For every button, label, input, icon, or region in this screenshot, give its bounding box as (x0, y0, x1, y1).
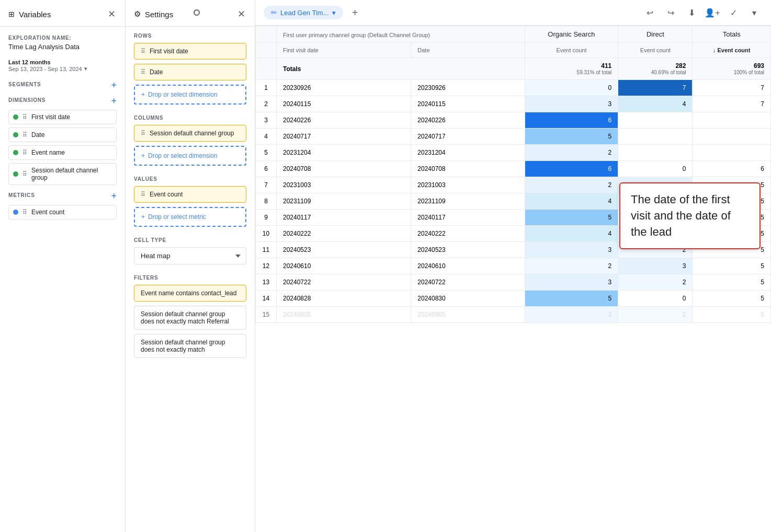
drop-dimension-cols[interactable]: + Drop or select dimension (134, 146, 246, 166)
total-cell (693, 145, 771, 161)
download-button[interactable]: ⬇ (683, 4, 700, 21)
add-segment-button[interactable]: + (111, 80, 117, 90)
add-dimension-button[interactable]: + (111, 96, 117, 106)
dimension-dot (13, 150, 18, 155)
data-table-container: First user primary channel group (Defaul… (255, 26, 771, 532)
settings-panel: ⚙ Settings ✕ ROWS ⠿ First visit date ⠿ D… (126, 0, 255, 532)
filter-event-name[interactable]: Event name contains contact_lead (134, 285, 246, 302)
more-options-button[interactable]: ▾ (746, 4, 763, 21)
direct-event-count-header[interactable]: Event count (618, 43, 693, 58)
tab-pencil-icon: ✏ (271, 8, 277, 17)
chip-label: First visit date (150, 48, 188, 55)
total-cell: 5 (693, 274, 771, 291)
first-visit-date-header[interactable]: First visit date (277, 43, 411, 58)
active-tab[interactable]: ✏ Lead Gen Tim... ▾ (264, 6, 343, 19)
direct-header: Direct (618, 26, 693, 43)
date-cell: 20240523 (411, 242, 525, 258)
add-metric-button[interactable]: + (111, 191, 117, 201)
check-button[interactable]: ✓ (725, 4, 742, 21)
row-num: 13 (256, 274, 277, 291)
dimension-label: Event name (31, 149, 65, 156)
organic-cell: 3 (525, 307, 618, 323)
date-cell: 20240222 (411, 226, 525, 242)
dimension-first-visit-date[interactable]: ⠿ First visit date (8, 110, 117, 124)
row-number-header (256, 26, 277, 43)
exploration-name-value: Time Lag Analysis Data (8, 43, 117, 51)
drag-handle-icon: ⠿ (22, 131, 27, 138)
row-num: 4 (256, 129, 277, 145)
col-chip-session-channel[interactable]: ⠿ Session default channel group (134, 125, 246, 142)
date-cell: 20240117 (411, 210, 525, 226)
filter-label: Session default channel group does not e… (141, 310, 229, 325)
direct-cell (618, 129, 693, 145)
first-visit-date-cell: 20240523 (277, 242, 411, 258)
add-tab-button[interactable]: + (347, 5, 363, 20)
date-cell: 20240722 (411, 274, 525, 291)
filter-session-channel-2[interactable]: Session default channel group does not e… (134, 334, 246, 358)
cell-type-label: CELL TYPE (134, 237, 246, 243)
settings-close-button[interactable]: ✕ (236, 7, 246, 21)
table-row: 14 20240828 20240830 5 0 5 (256, 291, 771, 307)
row-chip-date[interactable]: ⠿ Date (134, 64, 246, 80)
totals-event-count-header[interactable]: ↓ Event count (693, 43, 771, 58)
variables-panel-body: EXPLORATION NAME: Time Lag Analysis Data… (0, 27, 125, 532)
chip-label: Event count (150, 191, 183, 198)
dimension-session-channel-group[interactable]: ⠿ Session default channel group (8, 163, 117, 185)
first-visit-date-cell: 20231109 (277, 193, 411, 210)
undo-button[interactable]: ↩ (641, 4, 658, 21)
metrics-label: METRICS (8, 192, 35, 198)
date-range-label: Last 12 months (8, 59, 117, 65)
filter-label: Event name contains contact_lead (141, 290, 236, 297)
variables-panel-header: ⊞ Variables ✕ (0, 0, 125, 27)
totals-label: Totals (277, 58, 525, 80)
value-chip-event-count[interactable]: ⠿ Event count (134, 186, 246, 203)
first-visit-date-cell: 20240610 (277, 258, 411, 274)
date-cell: 20240610 (411, 258, 525, 274)
dimension-dot (13, 171, 18, 177)
organic-search-header: Organic Search (525, 26, 618, 43)
add-icon: + (141, 213, 145, 221)
row-num: 5 (256, 145, 277, 161)
table-row: 3 20240226 20240226 6 (256, 112, 771, 129)
direct-cell: 2 (618, 274, 693, 291)
variables-close-button[interactable]: ✕ (107, 7, 117, 21)
direct-cell (618, 145, 693, 161)
drop-zone-label: Drop or select metric (148, 213, 206, 221)
total-cell: 7 (693, 96, 771, 112)
date-header[interactable]: Date (411, 43, 525, 58)
filter-session-channel-referral[interactable]: Session default channel group does not e… (134, 306, 246, 330)
first-visit-date-cell: 20240722 (277, 274, 411, 291)
date-range-value[interactable]: Sep 13, 2023 - Sep 13, 2024 ▾ (8, 65, 117, 72)
total-cell: 5 (693, 291, 771, 307)
drag-handle-icon: ⠿ (141, 191, 145, 198)
settings-title-text: Settings (145, 10, 173, 19)
drop-dimension-rows[interactable]: + Drop or select dimension (134, 85, 246, 105)
totals-header: Totals (693, 26, 771, 43)
row-num: 7 (256, 177, 277, 193)
dimension-date[interactable]: ⠿ Date (8, 128, 117, 142)
settings-panel-header: ⚙ Settings ✕ (126, 0, 255, 27)
totals-direct: 282 40.69% of total (618, 58, 693, 80)
row-num: 14 (256, 291, 277, 307)
total-cell: 6 (693, 161, 771, 177)
row-num: 11 (256, 242, 277, 258)
segments-label: SEGMENTS (8, 82, 41, 87)
drop-metric[interactable]: + Drop or select metric (134, 207, 246, 227)
dimension-event-name[interactable]: ⠿ Event name (8, 145, 117, 160)
metric-event-count[interactable]: ⠿ Event count (8, 205, 117, 219)
dimensions-label: DIMENSIONS (8, 97, 46, 103)
redo-button[interactable]: ↪ (662, 4, 679, 21)
share-button[interactable]: 👤+ (704, 4, 721, 21)
date-cell: 20240708 (411, 161, 525, 177)
row-chip-first-visit-date[interactable]: ⠿ First visit date (134, 43, 246, 60)
exploration-name-label: EXPLORATION NAME: (8, 35, 117, 41)
date-cell: 20230926 (411, 80, 525, 96)
chip-label: Session default channel group (150, 130, 234, 137)
organic-event-count-header[interactable]: Event count (525, 43, 618, 58)
date-cell: 20231003 (411, 177, 525, 193)
cell-type-select[interactable]: Heat map Bar chart Plain text (134, 247, 246, 264)
table-row: 1 20230926 20230926 0 7 7 (256, 80, 771, 96)
total-cell (693, 129, 771, 145)
drag-handle-icon: ⠿ (141, 130, 145, 137)
first-visit-date-cell: 20240226 (277, 112, 411, 129)
